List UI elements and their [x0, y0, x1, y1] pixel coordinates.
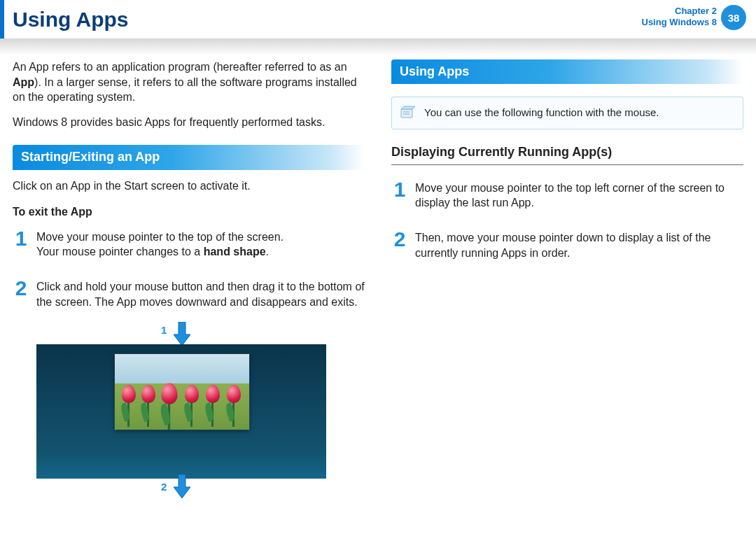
intro-paragraph: An App refers to an application program …: [13, 59, 365, 105]
arrow-down-icon: [174, 322, 190, 346]
step-text: Move your mouse pointer to the top of th…: [36, 230, 284, 260]
list-item: 2 Click and hold your mouse button and t…: [13, 279, 365, 313]
note-box: You can use the following function with …: [391, 97, 743, 129]
chapter-line: Chapter 2: [642, 6, 718, 17]
figure-label-1: 1: [161, 323, 167, 337]
running-steps-list: 1 Move your mouse pointer to the top lef…: [391, 181, 743, 265]
arrow-down-icon: [174, 474, 190, 498]
step-number: 2: [13, 279, 29, 313]
svg-rect-0: [401, 109, 412, 118]
section-heading-using-apps: Using Apps: [391, 59, 743, 84]
page-number-badge: 38: [721, 5, 746, 30]
step-text: Click and hold your mouse button and the…: [36, 279, 365, 309]
right-column: Using Apps You can use the following fun…: [391, 59, 743, 488]
subheading-display-running: Displaying Currently Running App(s): [391, 143, 743, 165]
step-number: 1: [391, 181, 408, 215]
section-paragraph: Click on an App in the Start screen to a…: [13, 178, 365, 194]
left-column: An App refers to an application program …: [13, 59, 365, 488]
exit-app-figure: 1: [36, 326, 351, 488]
page-title: Using Apps: [13, 8, 129, 31]
chapter-line: Using Windows 8: [642, 17, 718, 28]
section-heading-start-exit: Starting/Exiting an App: [13, 145, 365, 169]
figure-label-2: 2: [161, 480, 167, 494]
app-window-illustration: [115, 354, 249, 430]
step-number: 1: [13, 230, 29, 264]
exit-steps-list: 1 Move your mouse pointer to the top of …: [13, 230, 365, 313]
list-item: 1 Move your mouse pointer to the top lef…: [391, 181, 743, 215]
step-text: Move your mouse pointer to the top left …: [415, 181, 743, 211]
list-item: 1 Move your mouse pointer to the top of …: [13, 230, 365, 264]
list-item: 2 Then, move your mouse pointer down to …: [391, 230, 743, 265]
header-divider: [0, 38, 756, 55]
step-text: Then, move your mouse pointer down to di…: [415, 230, 743, 260]
note-text: You can use the following function with …: [424, 106, 659, 118]
desktop-illustration: [36, 344, 326, 479]
intro-paragraph-2: Windows 8 provides basic Apps for freque…: [13, 115, 365, 130]
to-exit-label: To exit the App: [13, 204, 365, 220]
note-icon: [399, 105, 417, 120]
step-number: 2: [391, 230, 408, 265]
chapter-block: Chapter 2 Using Windows 8: [642, 6, 718, 29]
